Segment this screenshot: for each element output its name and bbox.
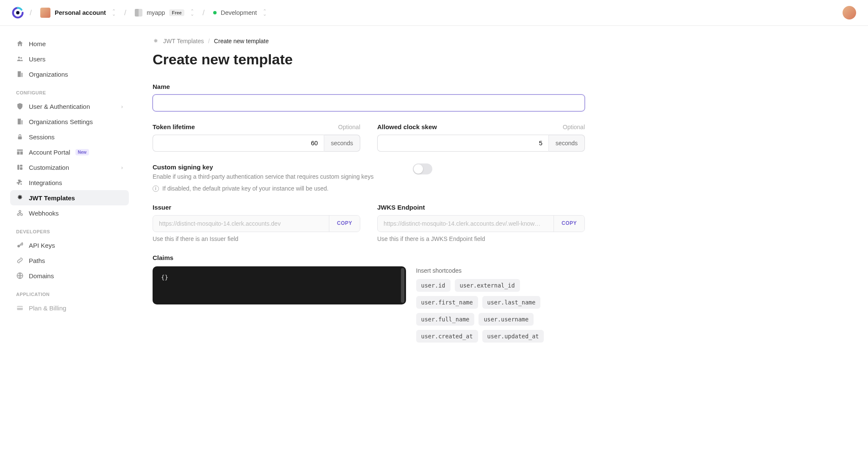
shortcode-chip[interactable]: user.full_name bbox=[416, 313, 475, 326]
sidebar-item-sessions[interactable]: Sessions bbox=[10, 129, 129, 144]
sidebar-item-label: User & Authentication bbox=[29, 103, 90, 110]
svg-rect-6 bbox=[20, 152, 23, 155]
sidebar-item-organizations[interactable]: Organizations bbox=[10, 66, 129, 82]
breadcrumb-current: Create new template bbox=[214, 38, 269, 44]
breadcrumb-root[interactable]: JWT Templates bbox=[163, 38, 204, 44]
separator-icon: / bbox=[124, 8, 126, 17]
building-icon bbox=[16, 70, 24, 78]
jwks-copy-button[interactable]: COPY bbox=[554, 216, 584, 232]
clock-skew-input[interactable] bbox=[377, 135, 548, 152]
account-label: Personal account bbox=[55, 9, 106, 16]
name-input[interactable] bbox=[153, 94, 585, 111]
clerk-logo-icon[interactable] bbox=[12, 7, 24, 19]
signing-key-toggle[interactable] bbox=[413, 163, 432, 174]
jwt-icon bbox=[16, 194, 24, 202]
sidebar-item-account-portal[interactable]: Account Portal New bbox=[10, 144, 129, 160]
issuer-value: https://distinct-mosquito-14.clerk.accou… bbox=[153, 216, 329, 232]
shortcode-chip[interactable]: user.username bbox=[479, 313, 534, 326]
webhook-icon bbox=[16, 209, 24, 217]
page-title: Create new template bbox=[153, 51, 585, 68]
name-label: Name bbox=[153, 83, 585, 90]
sidebar-item-org-settings[interactable]: Organizations Settings bbox=[10, 114, 129, 129]
signing-key-info: If disabled, the default private key of … bbox=[162, 185, 328, 192]
shield-icon bbox=[16, 102, 24, 110]
sidebar-item-label: Paths bbox=[29, 257, 45, 264]
: Insert shortcodes bbox=[416, 267, 585, 274]
sidebar-item-label: Sessions bbox=[29, 133, 55, 141]
shortcode-chip[interactable]: user.updated_at bbox=[482, 330, 544, 343]
sidebar-item-label: Domains bbox=[29, 272, 54, 279]
shortcode-chip[interactable]: user.last_name bbox=[482, 296, 541, 309]
svg-rect-15 bbox=[17, 306, 23, 310]
svg-point-13 bbox=[17, 245, 20, 247]
account-switcher[interactable]: Personal account ⌃⌄ bbox=[38, 6, 118, 19]
user-avatar[interactable] bbox=[843, 6, 856, 19]
token-lifetime-input[interactable] bbox=[153, 135, 324, 152]
separator-icon: / bbox=[30, 8, 32, 17]
shortcode-chip[interactable]: user.created_at bbox=[416, 330, 478, 343]
shortcode-chip[interactable]: user.external_id bbox=[455, 279, 520, 292]
link-icon bbox=[16, 257, 24, 264]
sidebar-item-home[interactable]: Home bbox=[10, 36, 129, 51]
sidebar-item-label: Integrations bbox=[29, 179, 62, 186]
svg-rect-7 bbox=[17, 165, 19, 170]
plan-badge: Free bbox=[169, 9, 184, 16]
account-avatar-icon bbox=[40, 8, 50, 18]
optional-label: Optional bbox=[563, 124, 585, 130]
token-lifetime-label: Token lifetime bbox=[153, 123, 195, 130]
main-content: JWT Templates / Create new template Crea… bbox=[136, 26, 602, 371]
billing-icon bbox=[16, 304, 24, 312]
sidebar-item-customization[interactable]: Customization › bbox=[10, 160, 129, 175]
sidebar-item-jwt-templates[interactable]: JWT Templates bbox=[10, 190, 129, 205]
sidebar-item-api-keys[interactable]: API Keys bbox=[10, 238, 129, 253]
sidebar-section-header: APPLICATION bbox=[10, 283, 129, 300]
chevron-updown-icon: ⌃⌄ bbox=[263, 10, 267, 16]
svg-rect-3 bbox=[18, 136, 22, 139]
signing-key-desc: Enable if using a third-party authentica… bbox=[153, 172, 373, 181]
claims-editor[interactable]: {} bbox=[153, 266, 406, 304]
environment-switcher[interactable]: Development ⌃⌄ bbox=[211, 8, 269, 18]
sidebar-item-label: Webhooks bbox=[29, 210, 59, 217]
svg-rect-4 bbox=[17, 149, 23, 151]
sidebar-item-webhooks[interactable]: Webhooks bbox=[10, 205, 129, 221]
svg-rect-8 bbox=[20, 165, 22, 167]
sidebar-item-label: Organizations Settings bbox=[29, 118, 93, 125]
globe-icon bbox=[16, 272, 24, 279]
sidebar-section-header: CONFIGURE bbox=[10, 82, 129, 99]
sidebar-item-label: Users bbox=[29, 55, 45, 63]
sidebar-item-label: API Keys bbox=[29, 242, 55, 249]
sidebar-item-label: Plan & Billing bbox=[29, 304, 66, 312]
chevron-right-icon: › bbox=[121, 103, 123, 110]
separator-icon: / bbox=[203, 8, 205, 17]
svg-point-2 bbox=[20, 57, 22, 59]
svg-point-0 bbox=[16, 11, 19, 14]
issuer-hint: Use this if there is an Issuer field bbox=[153, 235, 360, 242]
sidebar-item-paths[interactable]: Paths bbox=[10, 253, 129, 268]
sidebar-item-integrations[interactable]: Integrations bbox=[10, 175, 129, 190]
unit-label: seconds bbox=[548, 135, 585, 152]
top-bar-left: / Personal account ⌃⌄ / myapp Free ⌃⌄ / … bbox=[12, 6, 269, 19]
optional-label: Optional bbox=[338, 124, 360, 130]
jwks-value: https://distinct-mosquito-14.clerk.accou… bbox=[378, 216, 554, 232]
shortcode-chip[interactable]: user.id bbox=[416, 279, 451, 292]
new-badge: New bbox=[75, 149, 89, 155]
app-icon bbox=[135, 9, 142, 17]
environment-label: Development bbox=[221, 9, 257, 16]
claims-label: Claims bbox=[153, 254, 173, 261]
sidebar-item-label: Customization bbox=[29, 164, 69, 171]
chevron-updown-icon: ⌃⌄ bbox=[190, 10, 194, 16]
sidebar-item-users[interactable]: Users bbox=[10, 51, 129, 66]
home-icon bbox=[16, 40, 24, 47]
sidebar-item-label: Organizations bbox=[29, 71, 68, 78]
issuer-copy-button[interactable]: COPY bbox=[329, 216, 360, 232]
sidebar-item-plan-billing[interactable]: Plan & Billing bbox=[10, 300, 129, 315]
building-icon bbox=[16, 118, 24, 125]
claims-content: {} bbox=[161, 274, 168, 281]
sidebar-item-user-auth[interactable]: User & Authentication › bbox=[10, 99, 129, 114]
status-dot-icon bbox=[213, 11, 217, 14]
shortcode-chip[interactable]: user.first_name bbox=[416, 296, 478, 309]
sidebar-item-domains[interactable]: Domains bbox=[10, 268, 129, 283]
info-icon: i bbox=[153, 185, 159, 192]
app-switcher[interactable]: myapp Free ⌃⌄ bbox=[132, 7, 197, 18]
signing-key-label: Custom signing key bbox=[153, 163, 373, 171]
